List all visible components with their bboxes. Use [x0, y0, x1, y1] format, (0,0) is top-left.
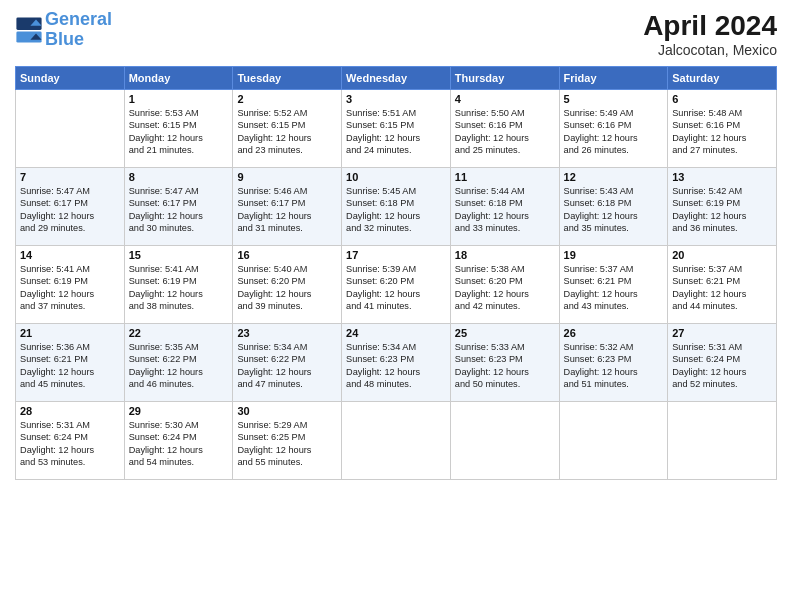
day-info: Sunrise: 5:52 AMSunset: 6:15 PMDaylight:…	[237, 107, 337, 157]
location-title: Jalcocotan, Mexico	[643, 42, 777, 58]
day-number: 22	[129, 327, 229, 339]
day-number: 10	[346, 171, 446, 183]
day-cell: 19Sunrise: 5:37 AMSunset: 6:21 PMDayligh…	[559, 246, 668, 324]
day-number: 16	[237, 249, 337, 261]
day-info: Sunrise: 5:34 AMSunset: 6:23 PMDaylight:…	[346, 341, 446, 391]
day-cell: 15Sunrise: 5:41 AMSunset: 6:19 PMDayligh…	[124, 246, 233, 324]
week-row-5: 28Sunrise: 5:31 AMSunset: 6:24 PMDayligh…	[16, 402, 777, 480]
day-number: 20	[672, 249, 772, 261]
day-info: Sunrise: 5:41 AMSunset: 6:19 PMDaylight:…	[129, 263, 229, 313]
day-info: Sunrise: 5:29 AMSunset: 6:25 PMDaylight:…	[237, 419, 337, 469]
col-header-wednesday: Wednesday	[342, 67, 451, 90]
day-cell: 17Sunrise: 5:39 AMSunset: 6:20 PMDayligh…	[342, 246, 451, 324]
day-number: 3	[346, 93, 446, 105]
day-cell: 9Sunrise: 5:46 AMSunset: 6:17 PMDaylight…	[233, 168, 342, 246]
day-number: 27	[672, 327, 772, 339]
day-number: 9	[237, 171, 337, 183]
day-number: 18	[455, 249, 555, 261]
day-cell	[342, 402, 451, 480]
day-info: Sunrise: 5:43 AMSunset: 6:18 PMDaylight:…	[564, 185, 664, 235]
day-cell: 8Sunrise: 5:47 AMSunset: 6:17 PMDaylight…	[124, 168, 233, 246]
day-cell: 20Sunrise: 5:37 AMSunset: 6:21 PMDayligh…	[668, 246, 777, 324]
day-cell: 10Sunrise: 5:45 AMSunset: 6:18 PMDayligh…	[342, 168, 451, 246]
day-info: Sunrise: 5:47 AMSunset: 6:17 PMDaylight:…	[129, 185, 229, 235]
day-cell	[450, 402, 559, 480]
title-block: April 2024 Jalcocotan, Mexico	[643, 10, 777, 58]
day-cell: 13Sunrise: 5:42 AMSunset: 6:19 PMDayligh…	[668, 168, 777, 246]
day-number: 15	[129, 249, 229, 261]
calendar-table: SundayMondayTuesdayWednesdayThursdayFrid…	[15, 66, 777, 480]
day-number: 30	[237, 405, 337, 417]
logo-line1: General	[45, 9, 112, 29]
day-cell: 12Sunrise: 5:43 AMSunset: 6:18 PMDayligh…	[559, 168, 668, 246]
day-info: Sunrise: 5:44 AMSunset: 6:18 PMDaylight:…	[455, 185, 555, 235]
col-header-saturday: Saturday	[668, 67, 777, 90]
day-info: Sunrise: 5:50 AMSunset: 6:16 PMDaylight:…	[455, 107, 555, 157]
day-info: Sunrise: 5:32 AMSunset: 6:23 PMDaylight:…	[564, 341, 664, 391]
day-cell	[668, 402, 777, 480]
header: General Blue April 2024 Jalcocotan, Mexi…	[15, 10, 777, 58]
col-header-sunday: Sunday	[16, 67, 125, 90]
day-info: Sunrise: 5:34 AMSunset: 6:22 PMDaylight:…	[237, 341, 337, 391]
day-cell: 2Sunrise: 5:52 AMSunset: 6:15 PMDaylight…	[233, 90, 342, 168]
col-header-thursday: Thursday	[450, 67, 559, 90]
day-cell	[559, 402, 668, 480]
day-cell: 1Sunrise: 5:53 AMSunset: 6:15 PMDaylight…	[124, 90, 233, 168]
day-cell: 29Sunrise: 5:30 AMSunset: 6:24 PMDayligh…	[124, 402, 233, 480]
day-info: Sunrise: 5:46 AMSunset: 6:17 PMDaylight:…	[237, 185, 337, 235]
col-header-tuesday: Tuesday	[233, 67, 342, 90]
day-info: Sunrise: 5:39 AMSunset: 6:20 PMDaylight:…	[346, 263, 446, 313]
day-number: 28	[20, 405, 120, 417]
day-info: Sunrise: 5:36 AMSunset: 6:21 PMDaylight:…	[20, 341, 120, 391]
day-number: 6	[672, 93, 772, 105]
day-number: 25	[455, 327, 555, 339]
day-cell: 23Sunrise: 5:34 AMSunset: 6:22 PMDayligh…	[233, 324, 342, 402]
day-number: 5	[564, 93, 664, 105]
logo-line2: Blue	[45, 29, 84, 49]
day-number: 17	[346, 249, 446, 261]
day-cell: 14Sunrise: 5:41 AMSunset: 6:19 PMDayligh…	[16, 246, 125, 324]
page: General Blue April 2024 Jalcocotan, Mexi…	[0, 0, 792, 612]
week-row-4: 21Sunrise: 5:36 AMSunset: 6:21 PMDayligh…	[16, 324, 777, 402]
day-info: Sunrise: 5:47 AMSunset: 6:17 PMDaylight:…	[20, 185, 120, 235]
day-info: Sunrise: 5:49 AMSunset: 6:16 PMDaylight:…	[564, 107, 664, 157]
day-number: 29	[129, 405, 229, 417]
logo: General Blue	[15, 10, 112, 50]
day-cell: 5Sunrise: 5:49 AMSunset: 6:16 PMDaylight…	[559, 90, 668, 168]
day-number: 11	[455, 171, 555, 183]
day-cell: 18Sunrise: 5:38 AMSunset: 6:20 PMDayligh…	[450, 246, 559, 324]
day-cell: 30Sunrise: 5:29 AMSunset: 6:25 PMDayligh…	[233, 402, 342, 480]
day-info: Sunrise: 5:53 AMSunset: 6:15 PMDaylight:…	[129, 107, 229, 157]
day-info: Sunrise: 5:42 AMSunset: 6:19 PMDaylight:…	[672, 185, 772, 235]
col-header-friday: Friday	[559, 67, 668, 90]
day-number: 26	[564, 327, 664, 339]
day-cell: 22Sunrise: 5:35 AMSunset: 6:22 PMDayligh…	[124, 324, 233, 402]
day-number: 24	[346, 327, 446, 339]
day-cell: 4Sunrise: 5:50 AMSunset: 6:16 PMDaylight…	[450, 90, 559, 168]
week-row-2: 7Sunrise: 5:47 AMSunset: 6:17 PMDaylight…	[16, 168, 777, 246]
day-info: Sunrise: 5:40 AMSunset: 6:20 PMDaylight:…	[237, 263, 337, 313]
day-cell: 16Sunrise: 5:40 AMSunset: 6:20 PMDayligh…	[233, 246, 342, 324]
day-number: 4	[455, 93, 555, 105]
day-cell: 3Sunrise: 5:51 AMSunset: 6:15 PMDaylight…	[342, 90, 451, 168]
day-info: Sunrise: 5:38 AMSunset: 6:20 PMDaylight:…	[455, 263, 555, 313]
day-info: Sunrise: 5:37 AMSunset: 6:21 PMDaylight:…	[672, 263, 772, 313]
day-cell: 11Sunrise: 5:44 AMSunset: 6:18 PMDayligh…	[450, 168, 559, 246]
day-cell	[16, 90, 125, 168]
day-info: Sunrise: 5:41 AMSunset: 6:19 PMDaylight:…	[20, 263, 120, 313]
day-number: 19	[564, 249, 664, 261]
day-info: Sunrise: 5:35 AMSunset: 6:22 PMDaylight:…	[129, 341, 229, 391]
day-number: 23	[237, 327, 337, 339]
day-cell: 6Sunrise: 5:48 AMSunset: 6:16 PMDaylight…	[668, 90, 777, 168]
day-info: Sunrise: 5:30 AMSunset: 6:24 PMDaylight:…	[129, 419, 229, 469]
day-cell: 26Sunrise: 5:32 AMSunset: 6:23 PMDayligh…	[559, 324, 668, 402]
header-row: SundayMondayTuesdayWednesdayThursdayFrid…	[16, 67, 777, 90]
day-info: Sunrise: 5:31 AMSunset: 6:24 PMDaylight:…	[672, 341, 772, 391]
day-cell: 24Sunrise: 5:34 AMSunset: 6:23 PMDayligh…	[342, 324, 451, 402]
day-number: 7	[20, 171, 120, 183]
day-info: Sunrise: 5:31 AMSunset: 6:24 PMDaylight:…	[20, 419, 120, 469]
day-info: Sunrise: 5:37 AMSunset: 6:21 PMDaylight:…	[564, 263, 664, 313]
day-cell: 25Sunrise: 5:33 AMSunset: 6:23 PMDayligh…	[450, 324, 559, 402]
day-info: Sunrise: 5:51 AMSunset: 6:15 PMDaylight:…	[346, 107, 446, 157]
week-row-3: 14Sunrise: 5:41 AMSunset: 6:19 PMDayligh…	[16, 246, 777, 324]
